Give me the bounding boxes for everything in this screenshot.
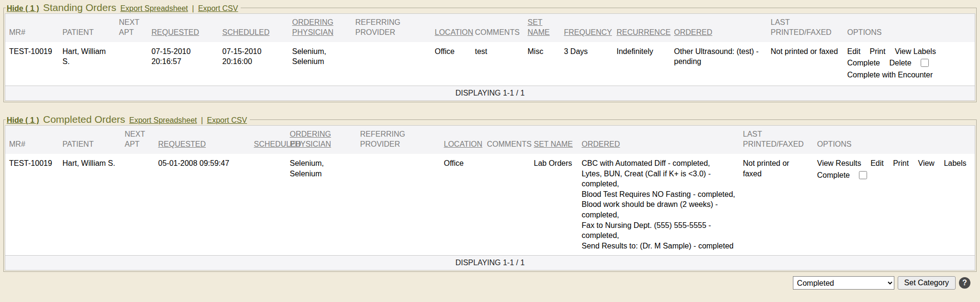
col-header-ordering-physician[interactable]: ORDERING PHYSICIAN bbox=[286, 126, 356, 154]
cell-options: View Results Edit Print View Labels Comp… bbox=[813, 154, 975, 256]
legend-separator: | bbox=[192, 4, 194, 12]
standing-displaying-label: DISPLAYING 1-1 / 1 bbox=[5, 86, 975, 101]
cell-mr: TEST-10019 bbox=[5, 42, 59, 86]
delete-link[interactable]: Delete bbox=[889, 59, 911, 67]
cell-last-printed-faxed: Not printed or faxed bbox=[767, 42, 844, 86]
col-header-set-name[interactable]: SET NAME bbox=[530, 126, 578, 154]
cell-requested: 05-01-2008 09:59:47 bbox=[155, 154, 250, 256]
view-results-link[interactable]: View Results bbox=[817, 159, 861, 167]
col-header-recurrence[interactable]: RECURRENCE bbox=[613, 14, 670, 42]
cell-requested: 07-15-2010 20:16:57 bbox=[148, 42, 219, 86]
col-header-frequency[interactable]: FREQUENCY bbox=[560, 14, 613, 42]
col-header-scheduled[interactable]: SCHEDULED bbox=[219, 14, 289, 42]
cell-frequency: 3 Days bbox=[560, 42, 613, 86]
col-header-next-apt: NEXT APT bbox=[115, 14, 148, 42]
col-header-scheduled[interactable]: SCHEDULED bbox=[250, 126, 286, 154]
col-header-options: OPTIONS bbox=[844, 14, 975, 42]
standing-orders-section: Hide ( 1 ) Standing Orders Export Spread… bbox=[3, 2, 977, 102]
completed-orders-title: Completed Orders bbox=[43, 114, 125, 125]
completed-export-csv-link[interactable]: Export CSV bbox=[207, 116, 247, 124]
ordered-items-list: CBC with Automated Diff - completed, Lyt… bbox=[582, 158, 735, 251]
cell-referring-provider bbox=[352, 42, 431, 86]
completed-orders-section: Hide ( 1 ) Completed Orders Export Sprea… bbox=[3, 114, 977, 272]
cell-mr: TEST-10019 bbox=[5, 154, 59, 256]
complete-link[interactable]: Complete bbox=[847, 59, 880, 67]
edit-link[interactable]: Edit bbox=[870, 159, 884, 167]
completed-header-row: MR# PATIENT NEXT APT REQUESTED SCHEDULED… bbox=[5, 126, 975, 154]
col-header-last-printed-faxed: LAST PRINTED/FAXED bbox=[739, 126, 813, 154]
cell-scheduled bbox=[250, 154, 286, 256]
col-header-set-name[interactable]: SET NAME bbox=[524, 14, 560, 42]
cell-ordering-physician: Selenium, Selenium bbox=[286, 154, 356, 256]
standing-pager-row: DISPLAYING 1-1 / 1 bbox=[5, 86, 975, 101]
col-header-comments: COMMENTS bbox=[471, 14, 524, 42]
view-link[interactable]: View bbox=[918, 159, 935, 167]
completed-export-spreadsheet-link[interactable]: Export Spreadsheet bbox=[129, 116, 197, 124]
cell-location: Office bbox=[440, 154, 483, 256]
cell-patient: Hart, William S. bbox=[59, 154, 121, 256]
cell-set-name: Lab Orders bbox=[530, 154, 578, 256]
cell-next-apt bbox=[121, 154, 155, 256]
complete-with-encounter-link[interactable]: Complete with Encounter bbox=[847, 71, 933, 79]
completed-order-checkbox[interactable] bbox=[859, 171, 867, 179]
orders-page: Hide ( 1 ) Standing Orders Export Spread… bbox=[0, 0, 980, 290]
col-header-ordered[interactable]: ORDERED bbox=[578, 126, 739, 154]
col-header-requested[interactable]: REQUESTED bbox=[148, 14, 219, 42]
legend-separator: | bbox=[201, 116, 203, 124]
col-header-requested[interactable]: REQUESTED bbox=[155, 126, 250, 154]
category-controls: Completed Set Category ? bbox=[3, 276, 977, 290]
standing-orders-legend: Hide ( 1 ) Standing Orders Export Spread… bbox=[6, 2, 241, 13]
cell-ordered: Other Ultrasound: (test) - pending bbox=[670, 42, 767, 86]
completed-displaying-label: DISPLAYING 1-1 / 1 bbox=[5, 256, 975, 270]
standing-export-csv-link[interactable]: Export CSV bbox=[198, 4, 238, 12]
standing-orders-table: MR# PATIENT NEXT APT REQUESTED SCHEDULED… bbox=[5, 13, 975, 101]
standing-order-checkbox[interactable] bbox=[921, 59, 929, 67]
cell-last-printed-faxed: Not printed or faxed bbox=[739, 154, 813, 256]
completed-orders-table: MR# PATIENT NEXT APT REQUESTED SCHEDULED… bbox=[5, 125, 975, 270]
standing-hide-link[interactable]: Hide ( 1 ) bbox=[7, 4, 39, 12]
col-header-patient: PATIENT bbox=[59, 14, 115, 42]
cell-set-name: Misc bbox=[524, 42, 560, 86]
col-header-last-printed-faxed: LAST PRINTED/FAXED bbox=[767, 14, 844, 42]
cell-ordering-physician: Selenium, Selenium bbox=[289, 42, 352, 86]
print-link[interactable]: Print bbox=[893, 159, 909, 167]
col-header-options: OPTIONS bbox=[813, 126, 975, 154]
cell-scheduled: 07-15-2010 20:16:00 bbox=[219, 42, 289, 86]
col-header-location[interactable]: LOCATION bbox=[431, 14, 471, 42]
col-header-next-apt: NEXT APT bbox=[121, 126, 155, 154]
complete-link[interactable]: Complete bbox=[817, 171, 850, 179]
standing-header-row: MR# PATIENT NEXT APT REQUESTED SCHEDULED… bbox=[5, 14, 975, 42]
col-header-location[interactable]: LOCATION bbox=[440, 126, 483, 154]
col-header-mr: MR# bbox=[5, 126, 59, 154]
completed-pager-row: DISPLAYING 1-1 / 1 bbox=[5, 256, 975, 270]
cell-ordered: CBC with Automated Diff - completed, Lyt… bbox=[578, 154, 739, 256]
cell-recurrence: Indefinitely bbox=[613, 42, 670, 86]
standing-orders-title: Standing Orders bbox=[43, 2, 116, 13]
cell-referring-provider bbox=[356, 154, 440, 256]
help-icon[interactable]: ? bbox=[959, 277, 970, 289]
standing-export-spreadsheet-link[interactable]: Export Spreadsheet bbox=[120, 4, 188, 12]
col-header-ordered[interactable]: ORDERED bbox=[670, 14, 767, 42]
col-header-patient: PATIENT bbox=[59, 126, 121, 154]
col-header-mr: MR# bbox=[5, 14, 59, 42]
labels-link[interactable]: Labels bbox=[944, 159, 966, 167]
standing-order-row: TEST-10019 Hart, William S. 07-15-2010 2… bbox=[5, 42, 975, 86]
completed-order-row: TEST-10019 Hart, William S. 05-01-2008 0… bbox=[5, 154, 975, 256]
completed-orders-legend: Hide ( 1 ) Completed Orders Export Sprea… bbox=[6, 114, 250, 125]
view-labels-link[interactable]: View Labels bbox=[895, 47, 936, 55]
cell-comments: test bbox=[471, 42, 524, 86]
cell-location: Office bbox=[431, 42, 471, 86]
col-header-referring-provider: REFERRING PROVIDER bbox=[352, 14, 431, 42]
cell-patient: Hart, William S. bbox=[59, 42, 115, 86]
col-header-comments: COMMENTS bbox=[483, 126, 530, 154]
category-select[interactable]: Completed bbox=[793, 276, 894, 290]
edit-link[interactable]: Edit bbox=[847, 47, 861, 55]
set-category-button[interactable]: Set Category bbox=[898, 276, 956, 290]
cell-options: Edit Print View Labels Complete Delete C… bbox=[844, 42, 975, 86]
cell-next-apt bbox=[115, 42, 148, 86]
col-header-referring-provider: REFERRING PROVIDER bbox=[356, 126, 440, 154]
completed-hide-link[interactable]: Hide ( 1 ) bbox=[7, 116, 39, 124]
print-link[interactable]: Print bbox=[870, 47, 886, 55]
col-header-ordering-physician[interactable]: ORDERING PHYSICIAN bbox=[289, 14, 352, 42]
cell-comments bbox=[483, 154, 530, 256]
